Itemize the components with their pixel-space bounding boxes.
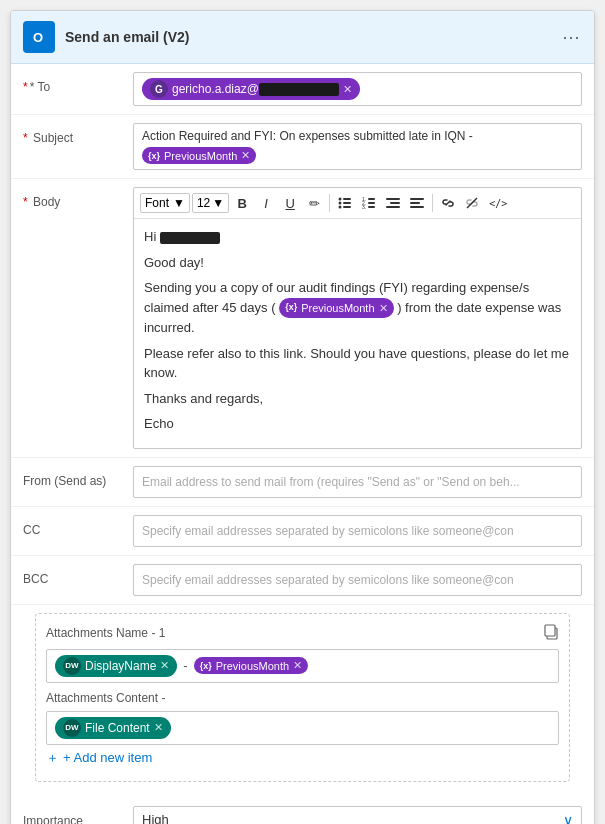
file-content-token-close[interactable]: ✕ bbox=[154, 721, 163, 734]
from-input-box[interactable]: Email address to send mail from (require… bbox=[133, 466, 582, 498]
subject-token-icon: {x} bbox=[148, 151, 160, 161]
body-greeting: Good day! bbox=[144, 253, 571, 273]
code-button[interactable]: </> bbox=[485, 192, 511, 214]
header-left: O Send an email (V2) bbox=[23, 21, 189, 53]
unlink-button[interactable] bbox=[461, 192, 483, 214]
outdent-button[interactable] bbox=[406, 192, 428, 214]
svg-rect-14 bbox=[386, 198, 400, 200]
paint-button[interactable]: ✏ bbox=[303, 192, 325, 214]
svg-rect-3 bbox=[343, 198, 351, 200]
to-field-content: G gericho.a.diaz@ ✕ bbox=[133, 72, 582, 106]
displayname-token-close[interactable]: ✕ bbox=[160, 659, 169, 672]
bcc-label: BCC bbox=[23, 564, 133, 586]
font-chevron: ▼ bbox=[173, 196, 185, 210]
underline-button[interactable]: U bbox=[279, 192, 301, 214]
card-title: Send an email (V2) bbox=[65, 29, 189, 45]
body-month-token: {x} PreviousMonth ✕ bbox=[279, 298, 393, 319]
cc-input-box[interactable]: Specify email addresses separated by sem… bbox=[133, 515, 582, 547]
email-card: O Send an email (V2) ⋯ ** To G gericho.a… bbox=[10, 10, 595, 824]
svg-rect-19 bbox=[410, 206, 424, 208]
svg-rect-22 bbox=[545, 625, 555, 636]
blurred-recipient-name bbox=[160, 232, 220, 244]
importance-field-row: Importance High ∨ bbox=[11, 798, 594, 824]
attachments-content-input[interactable]: DW File Content ✕ bbox=[46, 711, 559, 745]
subject-token-close[interactable]: ✕ bbox=[241, 149, 250, 162]
to-token-close[interactable]: ✕ bbox=[343, 83, 352, 96]
unordered-list-button[interactable] bbox=[334, 192, 356, 214]
from-placeholder: Email address to send mail from (require… bbox=[142, 475, 520, 489]
attach-token-close[interactable]: ✕ bbox=[293, 659, 302, 672]
attachments-content-label: Attachments Content - bbox=[46, 691, 559, 705]
subject-input-box[interactable]: Action Required and FYI: On expenses sub… bbox=[133, 123, 582, 170]
body-field-content: Font ▼ 12 ▼ B I U ✏ bbox=[133, 187, 582, 449]
cc-field-content: Specify email addresses separated by sem… bbox=[133, 515, 582, 547]
more-options-button[interactable]: ⋯ bbox=[562, 26, 582, 48]
outlook-icon: O bbox=[23, 21, 55, 53]
body-field-row: * Body Font ▼ 12 ▼ B I bbox=[11, 179, 594, 458]
svg-point-4 bbox=[339, 202, 342, 205]
importance-label: Importance bbox=[23, 806, 133, 824]
body-token-icon: {x} bbox=[285, 301, 297, 315]
svg-point-2 bbox=[339, 198, 342, 201]
subject-label: * Subject bbox=[23, 123, 133, 145]
indent-button[interactable] bbox=[382, 192, 404, 214]
attachments-name-label-row: Attachments Name - 1 bbox=[46, 624, 559, 643]
add-icon: ＋ bbox=[46, 749, 59, 767]
add-label: + Add new item bbox=[63, 750, 152, 765]
body-content[interactable]: Hi Good day! Sending you a copy of our a… bbox=[134, 219, 581, 448]
svg-rect-16 bbox=[386, 206, 400, 208]
font-size-select[interactable]: 12 ▼ bbox=[192, 193, 229, 213]
attach-month-token: {x} PreviousMonth ✕ bbox=[194, 657, 308, 674]
svg-rect-5 bbox=[343, 202, 351, 204]
attachments-outer: Attachments Name - 1 DW DisplayName ✕ - … bbox=[11, 605, 594, 798]
toolbar-sep-1 bbox=[329, 194, 330, 212]
svg-rect-15 bbox=[390, 202, 400, 204]
attachments-section: Attachments Name - 1 DW DisplayName ✕ - … bbox=[35, 613, 570, 782]
size-chevron: ▼ bbox=[212, 196, 224, 210]
to-input-box[interactable]: G gericho.a.diaz@ ✕ bbox=[133, 72, 582, 106]
svg-rect-18 bbox=[410, 202, 420, 204]
svg-text:O: O bbox=[33, 30, 43, 45]
body-regards: Thanks and regards, bbox=[144, 389, 571, 409]
svg-rect-9 bbox=[368, 198, 375, 200]
bcc-field-row: BCC Specify email addresses separated by… bbox=[11, 556, 594, 605]
to-label: ** To bbox=[23, 72, 133, 94]
to-field-row: ** To G gericho.a.diaz@ ✕ bbox=[11, 64, 594, 115]
svg-rect-13 bbox=[368, 206, 375, 208]
add-new-item-button[interactable]: ＋ + Add new item bbox=[46, 745, 152, 771]
body-toolbar: Font ▼ 12 ▼ B I U ✏ bbox=[134, 188, 581, 219]
subject-field-row: * Subject Action Required and FYI: On ex… bbox=[11, 115, 594, 179]
cc-placeholder: Specify email addresses separated by sem… bbox=[142, 524, 514, 538]
to-token-email: gericho.a.diaz@ bbox=[172, 82, 339, 96]
toolbar-sep-2 bbox=[432, 194, 433, 212]
svg-text:3.: 3. bbox=[362, 204, 366, 210]
copy-icon[interactable] bbox=[543, 624, 559, 643]
attachments-name-input[interactable]: DW DisplayName ✕ - {x} PreviousMonth ✕ bbox=[46, 649, 559, 683]
bold-button[interactable]: B bbox=[231, 192, 253, 214]
body-hi-para: Hi bbox=[144, 227, 571, 247]
subject-text: Action Required and FYI: On expenses sub… bbox=[142, 129, 473, 143]
svg-rect-7 bbox=[343, 206, 351, 208]
ordered-list-button[interactable]: 1.2.3. bbox=[358, 192, 380, 214]
bcc-input-box[interactable]: Specify email addresses separated by sem… bbox=[133, 564, 582, 596]
bcc-field-content: Specify email addresses separated by sem… bbox=[133, 564, 582, 596]
importance-select[interactable]: High ∨ bbox=[133, 806, 582, 824]
italic-button[interactable]: I bbox=[255, 192, 277, 214]
card-header: O Send an email (V2) ⋯ bbox=[11, 11, 594, 64]
font-select[interactable]: Font ▼ bbox=[140, 193, 190, 213]
body-para2: Sending you a copy of our audit findings… bbox=[144, 278, 571, 338]
link-button[interactable] bbox=[437, 192, 459, 214]
attach-token-text: PreviousMonth bbox=[216, 660, 289, 672]
to-token-avatar: G bbox=[150, 80, 168, 98]
blurred-email bbox=[259, 83, 339, 96]
subject-field-content: Action Required and FYI: On expenses sub… bbox=[133, 123, 582, 170]
cc-field-row: CC Specify email addresses separated by … bbox=[11, 507, 594, 556]
file-content-token-icon: DW bbox=[63, 719, 81, 737]
file-content-token-text: File Content bbox=[85, 721, 150, 735]
body-editor[interactable]: Font ▼ 12 ▼ B I U ✏ bbox=[133, 187, 582, 449]
font-label: Font bbox=[145, 196, 169, 210]
body-token-close[interactable]: ✕ bbox=[379, 300, 388, 317]
subject-token-row: {x} PreviousMonth ✕ bbox=[142, 147, 256, 164]
subject-token-text: PreviousMonth bbox=[164, 150, 237, 162]
svg-rect-11 bbox=[368, 202, 375, 204]
